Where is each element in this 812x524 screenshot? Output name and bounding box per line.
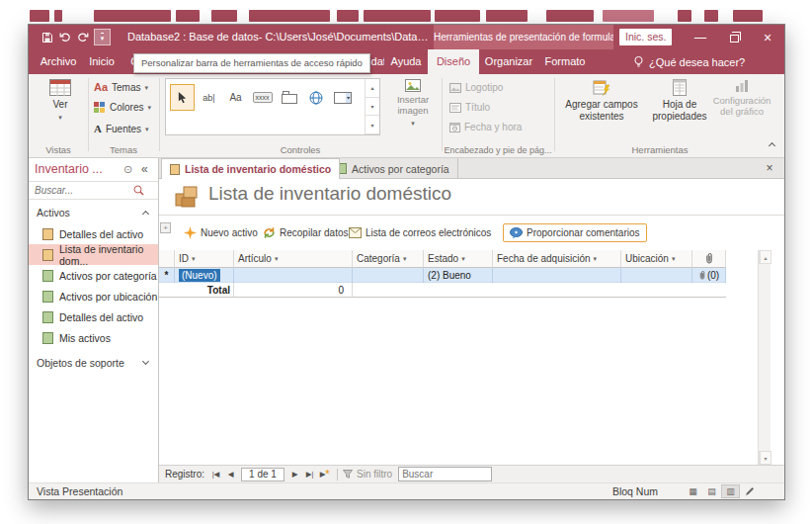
gallery-scrollbar[interactable]: ▴ ▾ ▾ [365,79,379,134]
nav-item-activos-ubicacion[interactable]: Activos por ubicación [29,286,158,306]
cell-id[interactable]: (Nuevo) [175,268,234,283]
form-icon [42,249,53,261]
close-document-button[interactable]: × [762,160,777,176]
search-icon[interactable] [133,185,144,196]
date-time-button[interactable]: Fecha y hora [449,122,522,132]
row-selector[interactable]: * [159,268,175,283]
cell-ubicacion[interactable] [621,268,692,283]
restore-button[interactable] [717,25,751,49]
add-existing-fields-button[interactable]: Agregar campos existentes [560,79,643,122]
chevron-down-icon: ▾ [672,255,676,262]
scroll-down-icon[interactable]: ▾ [759,451,771,465]
background-window-fragment [54,10,62,22]
text-box-control[interactable]: ab| [197,84,221,111]
web-browser-control[interactable] [303,84,328,111]
label-control[interactable]: Aa [223,84,248,111]
nav-item-mis-activos[interactable]: Mis activos [29,327,158,348]
tab-ayuda[interactable]: Ayuda [384,49,428,74]
nav-item-detalles-activo-2[interactable]: Detalles del activo [29,306,158,327]
chevron-down-icon: ▾ [411,120,415,127]
column-header-ubicacion[interactable]: Ubicación ▾ [621,250,692,268]
scroll-up-icon[interactable]: ▴ [759,250,771,264]
new-asset-button[interactable]: Nuevo activo [184,223,258,242]
column-header-id[interactable]: ID ▾ [175,250,234,268]
nav-item-activos-categoria[interactable]: Activos por categoría [29,265,158,286]
themes-button[interactable]: Aa Temas ▾ [94,81,148,93]
form-view-button[interactable]: ▤ [702,484,721,498]
cell-attachments[interactable]: (0) [692,268,726,283]
customize-quick-access-toolbar-button[interactable]: ▾ [94,29,111,45]
logo-button[interactable]: Logotipo [449,82,503,93]
cell-estado[interactable]: (2) Bueno [424,268,493,283]
tab-formato[interactable]: Formato [538,49,592,74]
cell-fecha[interactable] [493,268,621,283]
filter-status[interactable]: Sin filtro [357,469,392,480]
column-header-estado[interactable]: Estado ▾ [424,250,493,268]
first-record-button[interactable]: |◀ [208,468,223,481]
nav-search-input[interactable] [29,183,133,198]
cell-categoria[interactable] [353,268,424,283]
tab-archivo[interactable]: Archivo [37,49,80,74]
pin-icon[interactable]: ⊙ [123,163,132,176]
provide-feedback-button[interactable]: Proporcionar comentarios [503,223,647,242]
save-icon[interactable] [39,29,55,45]
new-record-button[interactable]: ▶* [317,468,332,481]
collect-data-button[interactable]: Recopilar datos [263,223,348,242]
record-position[interactable]: 1 de 1 [241,468,284,481]
redo-icon[interactable] [74,29,91,45]
scroll-up-icon[interactable]: ▴ [365,79,379,98]
sign-in-button[interactable]: Inic. ses. [619,29,672,45]
nav-item-lista-inventario[interactable]: Lista de inventario dom... [29,244,158,265]
minimize-button[interactable]: — [684,25,717,49]
tell-me-box[interactable]: ¿Qué desea hacer? [633,49,745,74]
numlock-indicator: Bloq Num [612,485,658,497]
gallery-more-icon[interactable]: ▾ [365,116,379,134]
close-button[interactable]: × [751,25,784,49]
column-header-attachments[interactable] [692,250,726,268]
previous-record-button[interactable]: ◀ [223,468,238,481]
collapse-pane-icon[interactable]: « [141,162,148,176]
tab-inicio[interactable]: Inicio [80,49,123,74]
background-window-fragment [249,10,330,22]
tab-control[interactable] [277,84,301,111]
fonts-button[interactable]: A Fuentes ▾ [94,123,149,134]
select-pointer-control[interactable] [170,84,195,111]
title-button[interactable]: Título [449,102,490,113]
nav-group-soporte[interactable]: Objetos de soporte [29,354,158,372]
colors-button[interactable]: Colores ▾ [94,102,151,113]
undo-icon[interactable] [56,29,73,45]
select-all-cell[interactable] [159,250,175,268]
doc-tab-activos-categoria[interactable]: Activos por categoría [329,158,458,179]
tab-diseno-active[interactable]: Diseño [428,49,479,74]
button-control[interactable]: xxxx [250,84,275,111]
column-header-articulo[interactable]: Artículo ▾ [234,250,353,268]
insert-image-button[interactable]: Insertar imagen ▾ [390,79,436,127]
column-header-categoria[interactable]: Categoría ▾ [353,250,424,268]
layout-selector-icon[interactable]: + [160,222,171,233]
view-status-label: Vista Presentación [37,485,122,497]
next-record-button[interactable]: ▶ [287,468,302,481]
last-record-button[interactable]: ▶| [302,468,317,481]
nav-item-detalles-activo[interactable]: Detalles del activo [29,223,158,244]
chart-settings-button[interactable]: Configuración del gráfico [716,79,768,118]
doc-tab-lista-inventario[interactable]: Lista de inventario doméstico [161,158,340,179]
scroll-down-icon[interactable]: ▾ [365,98,379,117]
record-search-input[interactable] [398,467,492,481]
collapse-ribbon-icon[interactable] [769,142,775,149]
combo-box-control[interactable] [330,84,355,111]
tab-organizar[interactable]: Organizar [479,49,538,74]
column-header-fecha[interactable]: Fecha de adquisición ▾ [493,250,621,268]
cell-articulo[interactable] [234,268,353,283]
design-view-button[interactable] [740,484,759,498]
property-sheet-button[interactable]: Hoja de propiedades [647,79,712,122]
background-window-fragment [678,10,691,22]
nav-pane-title[interactable]: Inventario ... [35,162,103,176]
datasheet-view-button[interactable]: ▦ [684,484,702,498]
view-button[interactable]: Ver ▾ [41,79,80,121]
paperclip-icon [698,270,706,281]
nav-group-activos[interactable]: Activos [29,204,158,221]
layout-view-button[interactable]: ▥ [721,484,740,498]
nav-item-label: Lista de inventario dom... [59,243,158,267]
vertical-scrollbar[interactable]: ▴ ▾ [758,250,771,465]
email-list-button[interactable]: Lista de correos electrónicos [349,223,491,242]
